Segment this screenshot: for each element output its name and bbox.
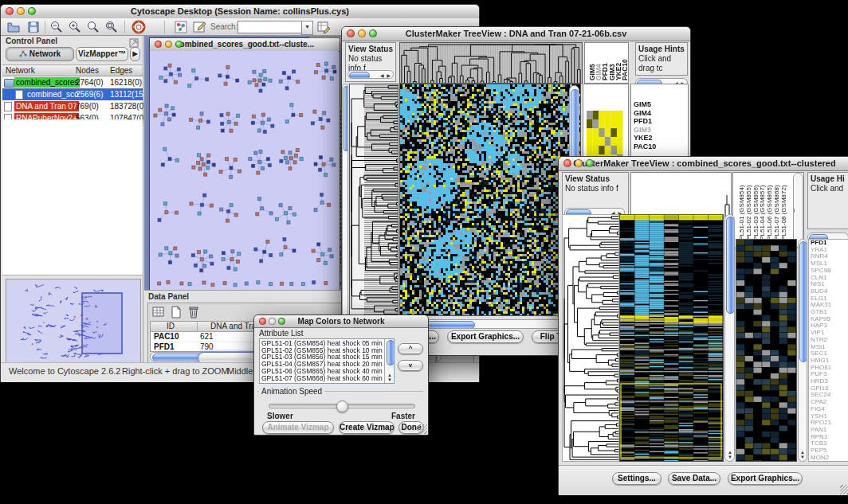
gene-label[interactable]: PFD1 [631,117,688,126]
column-label: GPL51-06 (GSM865) [766,185,773,245]
gene-label[interactable]: GIM5 [631,100,688,109]
export-graphics-button[interactable]: Export Graphics... [447,330,524,343]
zoom-window-button[interactable] [28,7,36,15]
view-status-panel: View StatusNo status info f ◀ ▶ [345,42,396,82]
status-welcome: Welcome to Cytoscape 2.6.2 [9,366,120,376]
tab-overflow-button[interactable]: ▶ [130,47,140,61]
animate-vizmap-button[interactable]: Animate Vizmap [262,421,334,434]
zoom-out-icon[interactable] [49,20,64,34]
attribute-list-label: Attribute List [259,329,304,338]
treeview-window-2: ClusterMaker TreeView : combined_scores_… [558,156,848,495]
network-window-title: combined_scores_good.txt--cluste... [175,40,314,49]
network-tree-table: combined_scores2764(0)16218(0)combined_s… [2,76,143,124]
close-button[interactable] [259,318,266,325]
gene-label[interactable]: MON2 [809,455,848,462]
slower-label: Slower [267,412,293,420]
zoom-window-button[interactable] [586,159,594,167]
minimize-button[interactable] [269,318,276,325]
column-label: GPL51-07 (GSM868) [773,185,780,245]
gene-label[interactable]: GIM3 [631,126,688,135]
global-vscrollbar[interactable] [342,84,348,316]
gene-label[interactable]: GIM4 [631,109,688,118]
heatmap-vscrollbar[interactable]: ▲▼ [724,214,735,462]
search-input[interactable] [238,21,303,33]
zoomed-heatmap-vscrollbar[interactable]: ▲▼ [798,239,807,462]
heatmap[interactable]: ▲▼ [399,84,581,316]
network-row[interactable]: combined_sco2569(6)13112(15) [2,88,143,100]
zoom-window-button[interactable] [175,41,183,48]
treeview1-titlebar[interactable]: ClusterMaker TreeView : DNA and Tran 07-… [342,27,690,41]
row-dendrogram[interactable] [349,84,398,316]
col-edges: Edges [110,65,132,76]
save-data-button[interactable]: Save Data... [668,472,720,485]
attribute-list[interactable]: ▲▼ GPL51-01 (GSM854) heat shock 05 minGP… [259,338,395,384]
open-icon[interactable] [6,20,21,34]
zoom-window-button[interactable] [369,29,377,37]
save-icon[interactable] [26,20,41,34]
network-row[interactable]: combined_scores2764(0)16218(0) [2,76,143,88]
gene-label[interactable]: PAC10 [631,143,688,151]
treeview2-button-bar: Settings... Save Data... Export Graphics… [559,465,848,495]
minimize-button[interactable] [575,159,583,167]
column-label: GPL51-08 (GSM872) [780,185,787,245]
data-panel-title: Data Panel [148,292,189,301]
resize-grip[interactable] [418,424,427,434]
folder-icon [4,79,14,88]
select-attributes-icon[interactable] [151,305,166,319]
close-button[interactable] [563,159,571,167]
minimize-button[interactable] [17,7,25,15]
network-overview[interactable] [6,279,141,367]
help-icon[interactable] [132,20,146,34]
network-view-window-1[interactable]: combined_scores_good.txt--cluste... [149,37,340,290]
slider-thumb[interactable] [336,400,348,412]
column-label: GPL51-02 (GSM855) [745,185,752,245]
search-dropdown-button[interactable]: ▾ [301,21,313,35]
annotation-icon[interactable] [192,20,206,34]
move-down-button[interactable]: v [398,360,423,371]
attribute-browser-icon[interactable] [316,20,331,34]
main-titlebar[interactable]: Cytoscape Desktop (Session Name: collins… [1,5,479,19]
row-dendrogram[interactable] [562,214,619,462]
network-table-header: Network Nodes Edges [2,64,143,76]
tab-network[interactable]: Network [6,47,74,61]
faster-label: Faster [391,412,415,420]
minimize-button[interactable] [165,41,172,48]
resize-grip[interactable] [840,485,848,494]
attribute-list-vscrollbar[interactable]: ▲▼ [384,339,394,383]
zoom-in-icon[interactable] [68,20,82,34]
move-up-button[interactable]: ^ [398,343,423,354]
network-name: combined_sco [26,89,80,100]
create-vizmap-button[interactable]: Create Vizmap [339,421,395,434]
network-edges: 16218(0) [110,76,142,88]
gene-label[interactable]: YKE2 [631,134,688,143]
treeview2-title: ClusterMaker TreeView : combined_scores_… [573,158,835,168]
control-panel-title: Control Panel [6,37,57,45]
delete-attribute-icon[interactable] [186,305,201,319]
heatmap[interactable] [619,214,724,462]
column-dendrogram[interactable] [399,42,583,84]
close-button[interactable] [6,7,14,15]
close-button[interactable] [155,41,162,48]
zoom-fit-icon[interactable] [104,20,119,34]
settings-button[interactable]: Settings... [612,472,662,485]
zoomed-heatmap[interactable] [736,239,797,462]
close-button[interactable] [347,29,355,37]
zoom-window-button[interactable] [278,318,285,325]
treeview2-titlebar[interactable]: ClusterMaker TreeView : combined_scores_… [559,157,848,171]
search-label: Search: [210,22,238,31]
zoom-selected-icon[interactable] [86,20,100,34]
document-icon [15,90,23,100]
new-attribute-icon[interactable] [169,305,183,319]
network-nodes: 2569(6) [76,88,103,100]
network-row[interactable]: DNA and Tran 07769(0)183728(0) [2,100,143,112]
animation-speed-slider[interactable] [269,404,415,408]
attribute-list-item[interactable]: GPL51-07 (GSM868) heat shock 60 min [260,375,394,382]
minimize-button[interactable] [358,29,366,37]
tab-vizmapper[interactable]: VizMapper™ [76,47,128,61]
export-graphics-button[interactable]: Export Graphics... [728,472,803,485]
column-labels-vscrollbar[interactable]: ▲▼ [793,173,803,248]
dialog-titlebar[interactable]: Map Colors to Network [254,315,428,328]
vizmapper-icon[interactable] [174,20,188,34]
dialog-title: Map Colors to Network [298,317,385,326]
view-status-scrollbar[interactable]: ◀ ▶ [347,70,394,79]
